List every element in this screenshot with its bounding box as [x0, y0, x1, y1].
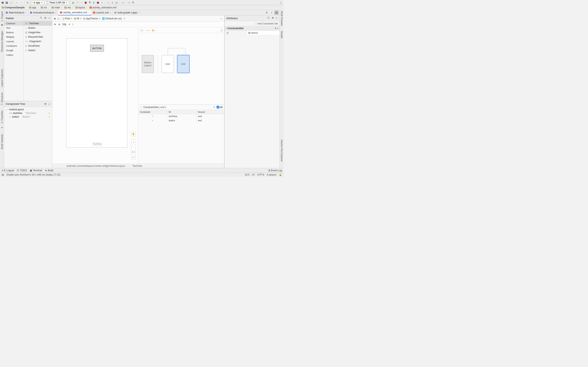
- module-selector[interactable]: app▼: [32, 1, 44, 5]
- preview-textview-widget[interactable]: TextView: [93, 143, 102, 146]
- tw-project[interactable]: 1: Project: [1, 11, 3, 22]
- status-indent[interactable]: 4 spaces: [267, 173, 277, 176]
- tw-structure[interactable]: 7: Structure: [1, 92, 3, 105]
- forward-icon[interactable]: →: [19, 1, 23, 4]
- status-lock-icon[interactable]: 🔓: [279, 173, 282, 176]
- device-selector[interactable]: ▯ Pixel ▼: [63, 17, 72, 20]
- back-icon[interactable]: ←: [15, 1, 19, 4]
- palette-cat-buttons[interactable]: Buttons: [4, 30, 23, 35]
- bc-app[interactable]: app: [29, 6, 36, 9]
- sdk-icon[interactable]: ▯: [111, 1, 114, 4]
- user-icon[interactable]: [279, 1, 283, 4]
- sync-icon[interactable]: [9, 1, 13, 4]
- apply-changes-icon[interactable]: ⟳: [76, 1, 79, 4]
- design-view-icon[interactable]: ▭: [275, 11, 278, 15]
- default-margin[interactable]: 0dp: [62, 23, 66, 26]
- zoom-11-icon[interactable]: 1:1: [131, 150, 136, 154]
- bc-res[interactable]: res: [64, 6, 71, 9]
- bc-layout[interactable]: layout: [75, 6, 85, 9]
- create-constraintset-icon[interactable]: ⬚₊: [140, 29, 144, 32]
- attach-debugger-icon[interactable]: 🐞: [96, 1, 100, 4]
- coverage-icon[interactable]: ⛊: [88, 1, 92, 4]
- tree-row-button[interactable]: ▭button "Button"⚠: [4, 115, 52, 119]
- tab-build-gradle[interactable]: build.gradle (:app)×: [113, 10, 141, 15]
- open-icon[interactable]: [1, 1, 4, 4]
- tab-activity-animation[interactable]: activity_animation.xml×: [58, 10, 91, 15]
- layout-inspector-icon[interactable]: ▭: [121, 1, 125, 4]
- tw-multi-preview[interactable]: Multi Preview: [280, 11, 283, 26]
- tree-settings-icon[interactable]: ✲: [44, 103, 46, 105]
- tw-build[interactable]: ⬊ Build: [45, 169, 53, 172]
- table-row[interactable]: ✓ textView end: [138, 114, 224, 118]
- device-preview[interactable]: BUTTON TextView ✋ + − 1:1 ▢: [52, 27, 138, 164]
- zoom-out-icon[interactable]: −: [131, 145, 136, 150]
- palette-item-button[interactable]: ▭Button: [24, 26, 52, 30]
- status-position[interactable]: 10:5: [245, 173, 250, 176]
- build-icon[interactable]: ⬊: [26, 1, 29, 4]
- add-attr-icon[interactable]: +: [275, 27, 276, 30]
- bc-file[interactable]: activity_animation.xml: [89, 6, 116, 9]
- warning-icon[interactable]: ⚠: [48, 112, 51, 115]
- end-constraintset-box[interactable]: end: [177, 55, 190, 73]
- status-encoding[interactable]: UTF-8: [257, 173, 264, 176]
- tree-minimize-icon[interactable]: —: [48, 103, 51, 105]
- zoom-fit-icon[interactable]: ▢: [131, 154, 136, 159]
- palette-cat-common[interactable]: Common: [4, 21, 23, 26]
- palette-search-icon[interactable]: [40, 17, 43, 20]
- all-checkbox[interactable]: All: [217, 106, 223, 109]
- resource-mgr-icon[interactable]: ◫: [115, 1, 118, 4]
- attr-minimize-icon[interactable]: —: [276, 17, 278, 20]
- tw-logcat[interactable]: ≡ 6: Logcat: [2, 169, 14, 172]
- attr-section-constraintset[interactable]: ▾ ConstraintSet+ −: [225, 26, 279, 31]
- tw-todo[interactable]: ☑ TODO: [17, 169, 27, 172]
- palette-cat-google[interactable]: Google: [4, 48, 23, 53]
- tw-resource-manager[interactable]: Resource Manager: [1, 31, 3, 52]
- palette-cat-legacy[interactable]: Legacy: [4, 53, 23, 57]
- palette-cat-containers[interactable]: Containers: [4, 44, 23, 48]
- magnet-icon[interactable]: ⧉: [58, 23, 60, 26]
- locale-selector[interactable]: 🌐 Default (en-us) ▼: [102, 17, 126, 20]
- palette-item-switch[interactable]: ⊙Switch: [24, 48, 52, 53]
- run-icon[interactable]: ▶: [72, 1, 75, 4]
- bc-main[interactable]: main: [52, 6, 60, 9]
- code-view-icon[interactable]: ≡: [265, 11, 268, 15]
- warnings-icon[interactable]: ⚠: [220, 17, 223, 20]
- clear-constraints-icon[interactable]: ✕: [68, 23, 70, 26]
- api-selector[interactable]: 29 ▼: [74, 17, 81, 20]
- bc-project[interactable]: ComposeSample: [2, 6, 25, 9]
- tw-gradle[interactable]: Gradle: [280, 31, 283, 38]
- palette-cat-widgets[interactable]: Widgets: [4, 35, 23, 39]
- remove-attr-icon[interactable]: −: [277, 27, 278, 30]
- motionlayout-box[interactable]: Motion Layout: [142, 55, 154, 73]
- tw-build-variants[interactable]: Build Variants: [1, 134, 3, 149]
- attr-row-id[interactable]: id @+id/end: [225, 31, 279, 35]
- status-tw-icon[interactable]: ▤: [2, 173, 4, 176]
- tab-animationactivity[interactable]: AnimationActivity.kt×: [28, 10, 58, 15]
- zoom-in-icon[interactable]: +: [131, 140, 136, 145]
- tab-scene1[interactable]: scene1.xml×: [91, 10, 113, 15]
- theme-selector[interactable]: ◎ AppTheme ▼: [83, 17, 100, 20]
- palette-item-scrollview[interactable]: ≣ScrollView: [24, 44, 52, 48]
- profile-icon[interactable]: ◐: [92, 1, 96, 4]
- table-row[interactable]: ✓ button end: [138, 118, 224, 123]
- palette-item-recyclerview[interactable]: ≣RecyclerView: [24, 35, 52, 39]
- apply-code-icon[interactable]: ≡: [80, 1, 84, 4]
- surface-selector-icon[interactable]: ◆: [54, 17, 56, 20]
- device-selector[interactable]: Pixel 2 API 28▼: [44, 1, 69, 5]
- palette-item-textview[interactable]: AbTextView: [24, 21, 52, 26]
- tree-row-textview[interactable]: AbtextView "TextView"⚠: [4, 111, 52, 115]
- debug-icon[interactable]: 🐞: [84, 1, 87, 4]
- tw-layout-captures[interactable]: Layout Captures: [1, 69, 3, 87]
- cycle-icon[interactable]: [220, 29, 223, 31]
- preview-button-widget[interactable]: BUTTON: [90, 45, 104, 51]
- create-transition-icon[interactable]: →₊: [146, 29, 149, 32]
- warning-icon[interactable]: ⚠: [48, 115, 51, 118]
- avd-icon[interactable]: ▭: [107, 1, 110, 4]
- split-view-icon[interactable]: ⫞: [270, 11, 273, 15]
- infer-constraints-icon[interactable]: I: [72, 23, 73, 26]
- create-click-icon[interactable]: 👆₊: [151, 29, 156, 32]
- tw-event-log[interactable]: ◔ Event Log: [268, 169, 282, 172]
- stop-icon[interactable]: ■: [100, 1, 104, 4]
- palette-cat-text[interactable]: Text: [4, 26, 23, 30]
- start-constraintset-box[interactable]: start: [162, 55, 174, 73]
